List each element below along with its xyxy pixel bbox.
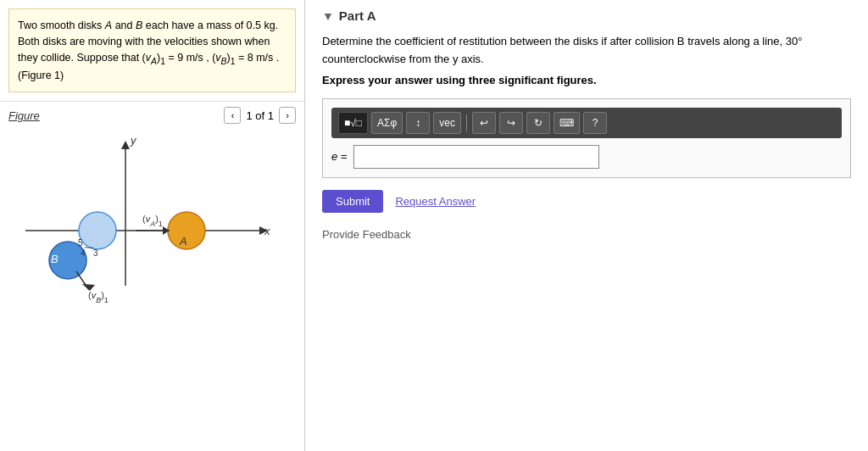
input-label: e = bbox=[331, 150, 347, 163]
reset-icon: ↻ bbox=[534, 117, 542, 129]
figure-count: 1 of 1 bbox=[246, 109, 274, 122]
arrows-button[interactable]: ↕ bbox=[406, 112, 430, 134]
sigma-button[interactable]: AΣφ bbox=[371, 112, 403, 134]
figure-nav: ‹ 1 of 1 › bbox=[224, 107, 296, 124]
svg-marker-2 bbox=[121, 141, 130, 149]
toolbar: ■√□ AΣφ ↕ vec ↩ ↪ ↻ ⌨ bbox=[331, 108, 842, 138]
undo-button[interactable]: ↩ bbox=[472, 112, 496, 134]
figure-header: Figure ‹ 1 of 1 › bbox=[0, 101, 304, 129]
reset-button[interactable]: ↻ bbox=[526, 112, 550, 134]
math-icon: ■√□ bbox=[344, 117, 362, 129]
part-header: ▼ Part A bbox=[322, 8, 851, 23]
svg-text:y: y bbox=[130, 134, 137, 147]
svg-text:3: 3 bbox=[93, 248, 98, 258]
math-input-button[interactable]: ■√□ bbox=[338, 112, 368, 134]
svg-text:5: 5 bbox=[78, 238, 83, 248]
svg-text:(vA)1: (vA)1 bbox=[142, 214, 163, 228]
figure-title: Figure bbox=[8, 109, 40, 122]
input-row: e = bbox=[331, 145, 842, 169]
submit-button[interactable]: Submit bbox=[322, 190, 383, 213]
problem-statement: Two smooth disks A and B each have a mas… bbox=[8, 8, 296, 92]
svg-point-8 bbox=[79, 212, 116, 249]
keyboard-icon: ⌨ bbox=[559, 117, 574, 129]
answer-input[interactable] bbox=[353, 145, 599, 169]
sigma-icon: AΣφ bbox=[377, 117, 397, 129]
toolbar-separator bbox=[466, 114, 467, 131]
problem-text: Two smooth disks A and B each have a mas… bbox=[18, 18, 287, 83]
answer-box: ■√□ AΣφ ↕ vec ↩ ↪ ↻ ⌨ bbox=[322, 98, 851, 178]
vec-icon: vec bbox=[439, 117, 455, 129]
problem-description: Determine the coefficient of restitution… bbox=[322, 33, 851, 69]
request-answer-button[interactable]: Request Answer bbox=[395, 195, 476, 208]
problem-emphasis: Express your answer using three signific… bbox=[322, 74, 851, 86]
figure-section: Figure ‹ 1 of 1 › y x bbox=[0, 101, 304, 451]
left-panel: Two smooth disks A and B each have a mas… bbox=[0, 0, 305, 451]
right-panel: ▼ Part A Determine the coefficient of re… bbox=[305, 0, 868, 451]
part-collapse-icon[interactable]: ▼ bbox=[322, 9, 334, 23]
help-button[interactable]: ? bbox=[583, 112, 607, 134]
redo-icon: ↪ bbox=[507, 117, 515, 129]
figure-canvas: y x B A (vA)1 (vB)1 bbox=[0, 129, 304, 451]
undo-icon: ↩ bbox=[480, 117, 488, 129]
vec-button[interactable]: vec bbox=[433, 112, 461, 134]
svg-text:x: x bbox=[264, 225, 270, 237]
redo-button[interactable]: ↪ bbox=[499, 112, 523, 134]
next-figure-button[interactable]: › bbox=[279, 107, 296, 124]
arrows-icon: ↕ bbox=[415, 117, 420, 129]
help-icon: ? bbox=[593, 117, 598, 129]
part-title: Part A bbox=[339, 8, 376, 23]
svg-text:B: B bbox=[51, 253, 58, 265]
prev-figure-button[interactable]: ‹ bbox=[224, 107, 241, 124]
figure-svg: y x B A (vA)1 (vB)1 bbox=[0, 129, 288, 315]
keyboard-button[interactable]: ⌨ bbox=[554, 112, 580, 134]
feedback-section: Provide Feedback bbox=[322, 228, 851, 241]
svg-text:A: A bbox=[179, 235, 187, 248]
svg-text:(vB)1: (vB)1 bbox=[88, 290, 108, 304]
action-row: Submit Request Answer bbox=[322, 190, 851, 213]
svg-text:4: 4 bbox=[81, 248, 86, 258]
provide-feedback-link[interactable]: Provide Feedback bbox=[322, 228, 411, 241]
